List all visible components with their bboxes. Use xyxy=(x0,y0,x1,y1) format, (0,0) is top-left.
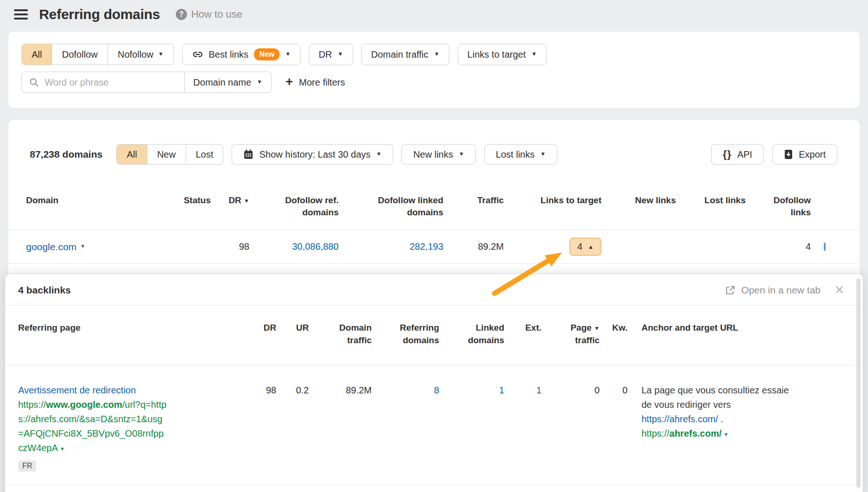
search-box xyxy=(22,72,184,93)
col-dofollow-links[interactable]: Dofollow links xyxy=(746,194,811,219)
col-dr[interactable]: DR xyxy=(214,321,276,334)
language-badge: FR xyxy=(18,460,36,472)
tab-all-history[interactable]: All xyxy=(117,145,147,164)
col-dofollow-ref-domains[interactable]: Dofollow ref. domains xyxy=(249,194,339,219)
backlinks-panel-header: 4 backlinks Open in a new tab ✕ xyxy=(5,274,863,305)
more-filters-button[interactable]: + More filters xyxy=(286,76,345,89)
follow-filter-tabs: All Dofollow Nofollow ▼ xyxy=(21,44,174,65)
hamburger-menu-icon[interactable] xyxy=(14,9,28,20)
referring-page-cell: Avertissement de redirection https://www… xyxy=(18,383,214,472)
tab-nofollow[interactable]: Nofollow ▼ xyxy=(108,44,174,65)
help-icon: ? xyxy=(176,9,187,20)
show-history-dropdown[interactable]: Show history: Last 30 days ▼ xyxy=(232,144,393,165)
col-dr[interactable]: DR ▼ xyxy=(211,194,249,206)
tab-all[interactable]: All xyxy=(22,44,52,65)
domains-table-header: Domain Status DR ▼ Dofollow ref. domains… xyxy=(8,174,860,230)
tab-new[interactable]: New xyxy=(147,145,186,164)
braces-icon: {} xyxy=(723,148,732,160)
col-ext[interactable]: Ext. xyxy=(504,321,541,334)
search-icon xyxy=(29,77,39,87)
chevron-down-icon: ▼ xyxy=(60,446,65,452)
sort-caret-icon: ▼ xyxy=(244,198,249,204)
anchor-and-target-cell: La page que vous consultiez essaie de vo… xyxy=(628,383,844,441)
search-group: Domain name ▼ xyxy=(21,72,272,93)
chevron-down-icon: ▼ xyxy=(338,51,343,57)
cell-dr: 98 xyxy=(211,241,249,252)
tab-dofollow[interactable]: Dofollow xyxy=(52,44,108,65)
referring-page-title-link[interactable]: Avertissement de redirection xyxy=(18,383,214,398)
cell-dofollow-linked[interactable]: 282,193 xyxy=(339,241,443,252)
target-url-link[interactable]: https://ahrefs.com/▼ xyxy=(641,426,844,441)
cell-linked-domains[interactable]: 1 xyxy=(439,383,504,398)
best-links-dropdown[interactable]: Best links New ▼ xyxy=(182,44,300,65)
cell-ur: 0.2 xyxy=(276,383,309,398)
col-lost-links[interactable]: Lost links xyxy=(676,194,746,206)
cell-dofollow-links: 4 xyxy=(746,241,811,252)
chevron-up-icon: ▲ xyxy=(588,244,594,250)
cell-ext[interactable]: 1 xyxy=(504,383,541,398)
page-title: Referring domains xyxy=(39,7,160,22)
dofollow-links-sparkline xyxy=(824,243,826,251)
col-ur[interactable]: UR xyxy=(276,321,309,334)
app-header: Referring domains ? How to use xyxy=(0,0,868,29)
col-dofollow-linked-domains[interactable]: Dofollow linked domains xyxy=(339,194,443,219)
new-badge: New xyxy=(254,48,280,60)
col-referring-page[interactable]: Referring page xyxy=(18,321,214,334)
col-referring-domains[interactable]: Referring domains xyxy=(372,321,439,346)
col-page-traffic[interactable]: Page ▼ traffic xyxy=(541,321,600,346)
how-to-use-label: How to use xyxy=(191,8,242,20)
cell-domain-traffic: 89.2M xyxy=(309,383,372,398)
close-icon[interactable]: ✕ xyxy=(835,284,844,296)
table-row-google: google.com ▼ 98 30,086,880 282,193 89.2M… xyxy=(8,230,860,263)
download-file-icon xyxy=(784,149,793,160)
chevron-down-icon: ▼ xyxy=(285,51,291,57)
anchor-text: de vous rediriger vers xyxy=(641,398,844,412)
search-scope-dropdown[interactable]: Domain name ▼ xyxy=(184,72,271,93)
links-to-target-expand-button[interactable]: 4 ▲ xyxy=(569,238,601,256)
backlinks-panel: 4 backlinks Open in a new tab ✕ Referrin… xyxy=(5,273,863,492)
domain-traffic-filter-dropdown[interactable]: Domain traffic ▼ xyxy=(361,44,449,65)
panel-scrollbar[interactable] xyxy=(856,279,861,488)
lost-links-dropdown[interactable]: Lost links ▼ xyxy=(484,144,557,165)
link-icon xyxy=(192,49,203,60)
how-to-use-link[interactable]: ? How to use xyxy=(176,8,242,20)
filters-card: All Dofollow Nofollow ▼ Best links New ▼… xyxy=(8,32,860,108)
col-domain-traffic[interactable]: Domain traffic xyxy=(309,321,372,346)
search-input[interactable] xyxy=(45,77,177,88)
col-linked-domains[interactable]: Linked domains xyxy=(439,321,504,346)
backlinks-table-header: Referring page DR UR Domain traffic Refe… xyxy=(5,306,863,365)
col-links-to-target[interactable]: Links to target xyxy=(504,194,601,206)
tab-lost[interactable]: Lost xyxy=(186,145,223,164)
chevron-down-icon: ▼ xyxy=(158,51,164,57)
open-in-new-tab-button[interactable]: Open in a new tab xyxy=(725,285,821,296)
api-button[interactable]: {} API xyxy=(711,144,764,165)
cell-page-traffic: 0 xyxy=(541,383,600,398)
anchor-link[interactable]: https://ahrefs.com/ xyxy=(641,414,718,424)
col-new-links[interactable]: New links xyxy=(601,194,676,206)
cell-kw: 0 xyxy=(600,383,628,398)
chevron-down-icon: ▼ xyxy=(80,244,86,249)
anchor-text: La page que vous consultiez essaie xyxy=(641,383,844,398)
results-toolbar: 87,238 domains All New Lost Show history… xyxy=(8,120,860,174)
col-status[interactable]: Status xyxy=(170,194,211,206)
best-links-label: Best links xyxy=(209,49,249,60)
backlink-row: Avertissement de redirection https://www… xyxy=(5,366,863,485)
domain-link[interactable]: google.com ▼ xyxy=(26,241,85,253)
history-tabs: All New Lost xyxy=(116,144,223,165)
referring-page-url[interactable]: https://www.google.com/url?q=https://ahr… xyxy=(18,398,167,455)
sort-caret-icon: ▼ xyxy=(594,326,600,331)
col-traffic[interactable]: Traffic xyxy=(443,194,504,206)
col-domain[interactable]: Domain xyxy=(26,194,170,206)
cell-dofollow-ref[interactable]: 30,086,880 xyxy=(249,241,339,252)
cell-traffic: 89.2M xyxy=(443,241,504,252)
new-links-dropdown[interactable]: New links ▼ xyxy=(401,144,475,165)
dr-filter-dropdown[interactable]: DR ▼ xyxy=(309,44,353,65)
cell-referring-domains[interactable]: 8 xyxy=(372,383,439,398)
links-to-target-filter-dropdown[interactable]: Links to target ▼ xyxy=(458,44,547,65)
chevron-down-icon: ▼ xyxy=(376,151,382,157)
col-kw[interactable]: Kw. xyxy=(600,321,628,334)
divider xyxy=(8,263,860,264)
chevron-down-icon: ▼ xyxy=(540,151,546,157)
export-button[interactable]: Export xyxy=(772,144,837,165)
col-anchor-target[interactable]: Anchor and target URL xyxy=(628,321,844,334)
